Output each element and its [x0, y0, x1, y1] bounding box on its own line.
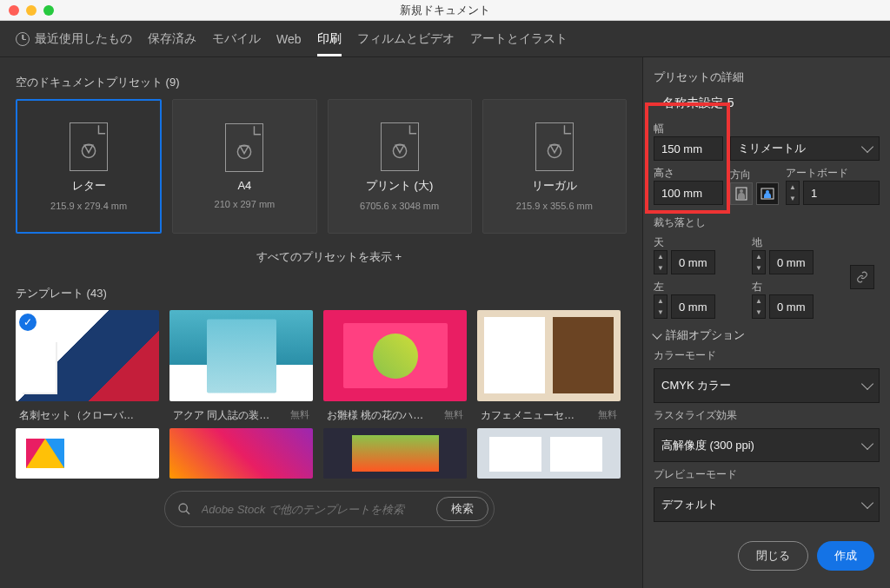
- preset-a4[interactable]: A4 210 x 297 mm: [172, 99, 316, 234]
- template-price: 無料: [444, 408, 463, 423]
- template-thumbnail: [169, 310, 313, 401]
- template-thumbnail: [16, 428, 159, 479]
- raster-label: ラスタライズ効果: [654, 408, 880, 423]
- search-bar: 検索: [16, 479, 642, 536]
- bleed-right-label: 右: [752, 280, 843, 294]
- unit-select[interactable]: ミリメートル: [730, 136, 880, 161]
- template-card[interactable]: お雛様 桃の花のハ…無料: [323, 310, 467, 425]
- view-all-presets-button[interactable]: すべてのプリセットを表示 +: [16, 234, 642, 281]
- template-card[interactable]: ✓ 名刺セット（クローバ…: [16, 310, 159, 425]
- width-input[interactable]: 150 mm: [654, 136, 723, 161]
- blank-presets-heading: 空のドキュメントプリセット (9): [16, 75, 642, 90]
- preset-a4-dims: 210 x 297 mm: [215, 199, 276, 209]
- stepper-down[interactable]: ▼: [654, 262, 667, 274]
- orientation-landscape-button[interactable]: [756, 182, 779, 205]
- tab-print[interactable]: 印刷: [317, 21, 342, 56]
- template-name: 名刺セット（クローバ…: [19, 408, 134, 423]
- create-button[interactable]: 作成: [817, 541, 874, 571]
- template-card[interactable]: [16, 428, 159, 479]
- orientation-portrait-button[interactable]: [730, 182, 753, 205]
- recent-icon: [16, 32, 30, 46]
- tab-art[interactable]: アートとイラスト: [470, 21, 568, 56]
- template-card[interactable]: [477, 428, 621, 479]
- search-input[interactable]: [202, 503, 426, 516]
- template-price: 無料: [598, 408, 617, 423]
- template-thumbnail: [477, 310, 621, 401]
- template-card[interactable]: カフェメニューセ…無料: [477, 310, 621, 425]
- template-price: 無料: [290, 408, 309, 423]
- stepper-up[interactable]: ▲: [753, 251, 765, 262]
- template-name: お雛様 桃の花のハ…: [327, 408, 423, 423]
- artboard-label: アートボード: [786, 166, 880, 181]
- stepper-up[interactable]: ▲: [787, 182, 799, 193]
- tab-recent-label: 最近使用したもの: [35, 31, 132, 47]
- stepper-down[interactable]: ▼: [753, 307, 765, 318]
- template-card[interactable]: アクア 同人誌の装…無料: [169, 310, 313, 425]
- template-thumbnail: [323, 310, 467, 401]
- link-bleed-button[interactable]: [850, 265, 874, 289]
- preset-large-dims: 6705.6 x 3048 mm: [360, 201, 439, 211]
- chevron-down-icon: [861, 141, 873, 153]
- preset-legal-name: リーガル: [532, 178, 577, 194]
- advanced-options-toggle[interactable]: 詳細オプション: [654, 324, 880, 343]
- svg-point-6: [548, 144, 561, 157]
- document-icon: [225, 123, 263, 172]
- artboard-input[interactable]: 1: [803, 181, 880, 205]
- templates-heading: テンプレート (43): [16, 286, 642, 301]
- svg-marker-3: [241, 146, 249, 154]
- bleed-left-label: 左: [654, 280, 745, 294]
- bleed-bottom-input[interactable]: 0 mm: [769, 250, 814, 274]
- bleed-left-input[interactable]: 0 mm: [671, 294, 715, 319]
- stepper-down[interactable]: ▼: [787, 193, 799, 204]
- preset-letter-name: レター: [72, 178, 106, 194]
- svg-point-4: [393, 144, 406, 157]
- preset-legal[interactable]: リーガル 215.9 x 355.6 mm: [482, 99, 627, 234]
- raster-select[interactable]: 高解像度 (300 ppi): [654, 428, 880, 463]
- template-thumbnail: ✓: [16, 310, 159, 401]
- bleed-heading: 裁ち落とし: [654, 215, 880, 230]
- svg-point-11: [740, 189, 743, 193]
- svg-marker-1: [84, 145, 93, 153]
- template-thumbnail: [323, 428, 467, 479]
- svg-point-8: [179, 504, 187, 512]
- stepper-down[interactable]: ▼: [753, 262, 765, 274]
- search-button[interactable]: 検索: [436, 497, 488, 521]
- tab-saved[interactable]: 保存済み: [148, 21, 196, 56]
- title-bar: 新規ドキュメント: [0, 0, 890, 21]
- height-input[interactable]: 100 mm: [654, 181, 723, 205]
- tab-recent[interactable]: 最近使用したもの: [16, 21, 132, 56]
- document-name[interactable]: 名称未設定-5: [662, 96, 734, 111]
- preset-letter[interactable]: レター 215.9 x 279.4 mm: [16, 99, 162, 234]
- stepper-up[interactable]: ▲: [654, 251, 667, 262]
- tab-mobile[interactable]: モバイル: [212, 21, 261, 56]
- preset-large-name: プリント (大): [366, 178, 433, 194]
- stepper-down[interactable]: ▼: [654, 307, 667, 318]
- presets-pane: 空のドキュメントプリセット (9) レター 215.9 x 279.4 mm A…: [0, 57, 642, 588]
- svg-marker-7: [550, 145, 559, 153]
- template-name: カフェメニューセ…: [481, 408, 575, 423]
- preview-label: プレビューモード: [654, 467, 880, 482]
- color-mode-select[interactable]: CMYK カラー: [654, 368, 880, 403]
- template-card[interactable]: [169, 428, 313, 479]
- template-name: アクア 同人誌の装…: [173, 408, 269, 423]
- tab-film[interactable]: フィルムとビデオ: [357, 21, 455, 56]
- category-tabs: 最近使用したもの 保存済み モバイル Web 印刷 フィルムとビデオ アートとイ…: [0, 21, 890, 57]
- chevron-down-icon: [861, 378, 873, 390]
- close-button[interactable]: 閉じる: [738, 541, 808, 571]
- chevron-down-icon: [861, 497, 873, 509]
- stepper-up[interactable]: ▲: [753, 295, 765, 307]
- document-icon: [381, 122, 419, 171]
- preset-a4-name: A4: [237, 179, 251, 192]
- window-title: 新規ドキュメント: [0, 3, 890, 18]
- tab-web[interactable]: Web: [276, 21, 302, 56]
- preset-print-large[interactable]: プリント (大) 6705.6 x 3048 mm: [328, 99, 472, 234]
- stepper-up[interactable]: ▲: [654, 295, 667, 307]
- preset-details-pane: プリセットの詳細 名称未設定-5 幅 150 mm ミリメートル 高さ 100 …: [642, 57, 890, 588]
- template-thumbnail: [477, 428, 621, 479]
- bleed-right-input[interactable]: 0 mm: [769, 294, 814, 319]
- unit-value: ミリメートル: [738, 141, 806, 156]
- preview-select[interactable]: デフォルト: [654, 487, 880, 522]
- bleed-top-input[interactable]: 0 mm: [671, 250, 715, 274]
- template-card[interactable]: [323, 428, 467, 479]
- preset-letter-dims: 215.9 x 279.4 mm: [50, 201, 127, 211]
